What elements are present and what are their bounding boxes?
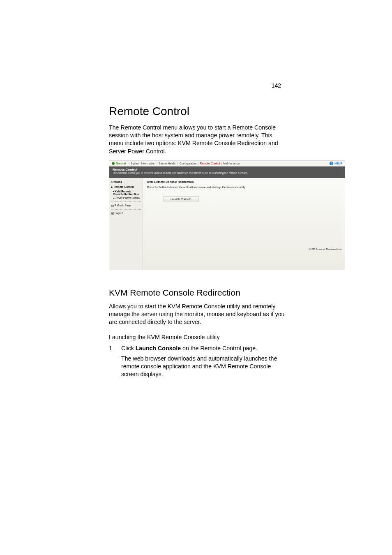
nav-system-information[interactable]: System Information [131, 162, 155, 165]
nav-help-link[interactable]: HELP [334, 162, 342, 165]
logout-icon: × [111, 212, 114, 215]
nav-separator: | [178, 162, 178, 165]
help-icon[interactable]: ? [330, 162, 333, 165]
sidebar-item-label: KVM Remote Console Redirection [113, 190, 139, 196]
nav-separator: | [129, 162, 129, 165]
sidebar-options-title: Options [111, 180, 141, 183]
sidebar-group-label: Remote Control [114, 185, 134, 188]
page-title: Remote Control [109, 105, 286, 118]
sidebar-logout[interactable]: ×Logout [111, 212, 141, 215]
step-1: 1 Click Launch Console on the Remote Con… [109, 345, 286, 352]
sidebar-item-kvm-redirection[interactable]: • KVM Remote Console Redirection [113, 190, 141, 196]
sidebar-item-label: Server Power Control [115, 197, 140, 199]
nav-server-health[interactable]: Server Health [159, 162, 176, 165]
nav-status-normal[interactable]: Normal [116, 162, 126, 165]
screenshot-sidebar: Options ▸ Remote Control • KVM Remote Co… [109, 178, 143, 270]
subheading-launching: Launching the KVM Remote Console utility [109, 334, 286, 340]
kvm-description: Allows you to start the KVM Remote Conso… [109, 303, 286, 326]
nav-separator: | [157, 162, 157, 165]
sidebar-item-server-power[interactable]: • Server Power Control [113, 197, 141, 199]
screenshot-top-nav: Normal | System Information | Server Hea… [109, 161, 345, 166]
screenshot-header-subtitle: This section allows you to perform vario… [113, 171, 341, 174]
panel-description: Press the button to launch the redirecti… [147, 186, 341, 189]
sidebar-divider [111, 201, 141, 202]
section-heading-kvm: KVM Remote Console Redirection [109, 288, 286, 298]
status-ok-icon [112, 162, 115, 165]
step-text-bold: Launch Console [136, 345, 181, 352]
step-1-result: The web browser downloads and automatica… [121, 355, 286, 379]
sidebar-divider [111, 209, 141, 210]
nav-separator: | [221, 162, 222, 165]
nav-remote-control[interactable]: Remote Control [200, 162, 220, 165]
screenshot-main-panel: KVM Remote Console Redirection Press the… [143, 178, 345, 270]
launch-console-button[interactable]: Launch Console [164, 196, 198, 202]
screenshot-header: Remote Control This section allows you t… [109, 166, 345, 178]
refresh-icon: ⟲ [111, 205, 114, 207]
sidebar-refresh-page[interactable]: ⟲Refresh Page [111, 204, 141, 207]
nav-separator: | [198, 162, 198, 165]
step-text-post: on the Remote Control page. [181, 345, 257, 352]
page-number: 142 [272, 82, 281, 89]
remote-control-screenshot: Normal | System Information | Server Hea… [109, 160, 345, 270]
screenshot-header-title: Remote Control [113, 168, 341, 171]
nav-maintenance[interactable]: Maintenance [223, 162, 240, 165]
sidebar-group-remote-control[interactable]: ▸ Remote Control [111, 185, 141, 189]
nav-configuration[interactable]: Configuration [180, 162, 197, 165]
step-number: 1 [109, 345, 114, 352]
step-text: Click Launch Console on the Remote Contr… [121, 345, 286, 352]
chevron-right-icon: ▸ [111, 185, 113, 188]
intro-paragraph: The Remote Control menu allows you to st… [109, 124, 286, 155]
sidebar-refresh-label: Refresh Page [115, 204, 131, 207]
screenshot-copyright: ©2008 American Megatrends Inc. [309, 248, 342, 250]
panel-title: KVM Remote Console Redirection [147, 180, 341, 183]
sidebar-logout-label: Logout [115, 212, 123, 215]
step-text-pre: Click [121, 345, 136, 352]
